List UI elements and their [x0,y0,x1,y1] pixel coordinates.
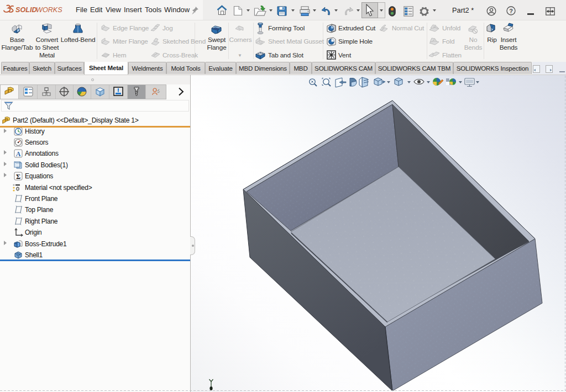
svg-text:WORKS: WORKS [36,6,62,14]
svg-text:A: A [16,150,21,158]
svg-text:Σ: Σ [16,173,20,181]
svg-text:SOLID: SOLID [15,6,36,14]
svg-text:?: ? [509,8,513,14]
